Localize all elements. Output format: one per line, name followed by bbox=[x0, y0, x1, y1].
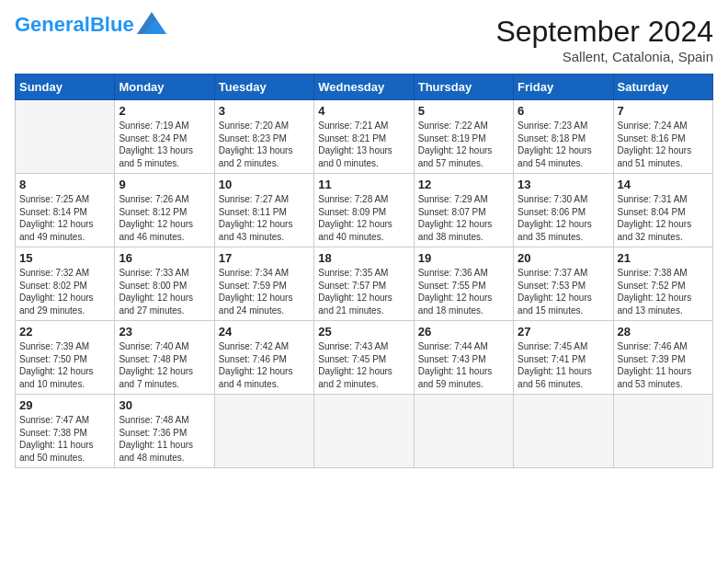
logo-text: GeneralBlue bbox=[15, 15, 134, 35]
calendar-cell: 21Sunrise: 7:38 AM Sunset: 7:52 PM Dayli… bbox=[613, 247, 712, 321]
day-info: Sunrise: 7:32 AM Sunset: 8:02 PM Dayligh… bbox=[19, 267, 110, 316]
calendar-cell: 22Sunrise: 7:39 AM Sunset: 7:50 PM Dayli… bbox=[16, 321, 115, 395]
calendar-week-1: 2Sunrise: 7:19 AM Sunset: 8:24 PM Daylig… bbox=[16, 100, 713, 174]
calendar-table: SundayMondayTuesdayWednesdayThursdayFrid… bbox=[15, 74, 713, 468]
day-number: 18 bbox=[318, 251, 409, 265]
day-number: 14 bbox=[618, 178, 709, 191]
day-info: Sunrise: 7:45 AM Sunset: 7:41 PM Dayligh… bbox=[518, 340, 609, 390]
calendar-cell bbox=[314, 395, 414, 468]
day-number: 15 bbox=[19, 251, 110, 265]
calendar-week-5: 29Sunrise: 7:47 AM Sunset: 7:38 PM Dayli… bbox=[16, 395, 713, 468]
col-header-sunday: Sunday bbox=[16, 75, 115, 100]
col-header-friday: Friday bbox=[514, 75, 613, 100]
day-number: 7 bbox=[618, 104, 709, 118]
day-info: Sunrise: 7:19 AM Sunset: 8:24 PM Dayligh… bbox=[119, 120, 210, 169]
calendar-cell: 27Sunrise: 7:45 AM Sunset: 7:41 PM Dayli… bbox=[514, 321, 613, 395]
day-number: 29 bbox=[19, 398, 110, 412]
logo-blue: Blue bbox=[90, 13, 134, 36]
location: Sallent, Catalonia, Spain bbox=[495, 49, 713, 64]
day-number: 25 bbox=[318, 325, 409, 339]
day-info: Sunrise: 7:22 AM Sunset: 8:19 PM Dayligh… bbox=[418, 120, 509, 169]
day-info: Sunrise: 7:44 AM Sunset: 7:43 PM Dayligh… bbox=[418, 340, 509, 390]
day-number: 12 bbox=[418, 178, 509, 191]
calendar-cell: 28Sunrise: 7:46 AM Sunset: 7:39 PM Dayli… bbox=[613, 321, 712, 395]
day-number: 26 bbox=[418, 325, 509, 339]
day-info: Sunrise: 7:27 AM Sunset: 8:11 PM Dayligh… bbox=[219, 193, 310, 243]
day-number: 24 bbox=[219, 325, 310, 339]
day-info: Sunrise: 7:38 AM Sunset: 7:52 PM Dayligh… bbox=[618, 267, 709, 316]
calendar-cell: 29Sunrise: 7:47 AM Sunset: 7:38 PM Dayli… bbox=[16, 395, 115, 468]
day-number: 11 bbox=[318, 178, 409, 191]
day-number: 2 bbox=[119, 104, 210, 118]
day-number: 17 bbox=[219, 251, 310, 265]
calendar-cell: 24Sunrise: 7:42 AM Sunset: 7:46 PM Dayli… bbox=[214, 321, 313, 395]
col-header-saturday: Saturday bbox=[613, 75, 712, 100]
day-number: 6 bbox=[518, 104, 609, 118]
calendar-cell: 9Sunrise: 7:26 AM Sunset: 8:12 PM Daylig… bbox=[115, 174, 214, 247]
day-number: 9 bbox=[119, 178, 210, 191]
day-info: Sunrise: 7:20 AM Sunset: 8:23 PM Dayligh… bbox=[219, 120, 310, 169]
calendar-cell: 18Sunrise: 7:35 AM Sunset: 7:57 PM Dayli… bbox=[314, 247, 414, 321]
day-info: Sunrise: 7:33 AM Sunset: 8:00 PM Dayligh… bbox=[119, 267, 210, 316]
calendar-cell: 19Sunrise: 7:36 AM Sunset: 7:55 PM Dayli… bbox=[414, 247, 513, 321]
day-number: 27 bbox=[518, 325, 609, 339]
calendar-cell: 30Sunrise: 7:48 AM Sunset: 7:36 PM Dayli… bbox=[115, 395, 214, 468]
month-title: September 2024 bbox=[495, 15, 713, 49]
day-number: 8 bbox=[19, 178, 110, 191]
day-info: Sunrise: 7:24 AM Sunset: 8:16 PM Dayligh… bbox=[618, 120, 709, 169]
day-info: Sunrise: 7:40 AM Sunset: 7:48 PM Dayligh… bbox=[119, 340, 210, 390]
day-info: Sunrise: 7:47 AM Sunset: 7:38 PM Dayligh… bbox=[19, 414, 110, 464]
calendar-week-4: 22Sunrise: 7:39 AM Sunset: 7:50 PM Dayli… bbox=[16, 321, 713, 395]
day-info: Sunrise: 7:36 AM Sunset: 7:55 PM Dayligh… bbox=[418, 267, 509, 316]
calendar-cell: 10Sunrise: 7:27 AM Sunset: 8:11 PM Dayli… bbox=[214, 174, 313, 247]
day-number: 23 bbox=[119, 325, 210, 339]
calendar-cell: 20Sunrise: 7:37 AM Sunset: 7:53 PM Dayli… bbox=[514, 247, 613, 321]
calendar-cell: 5Sunrise: 7:22 AM Sunset: 8:19 PM Daylig… bbox=[414, 100, 513, 174]
day-number: 22 bbox=[19, 325, 110, 339]
calendar-cell: 8Sunrise: 7:25 AM Sunset: 8:14 PM Daylig… bbox=[16, 174, 115, 247]
title-section: September 2024 Sallent, Catalonia, Spain bbox=[495, 15, 713, 64]
day-number: 21 bbox=[618, 251, 709, 265]
day-number: 30 bbox=[119, 398, 210, 412]
calendar-cell bbox=[16, 100, 115, 174]
calendar-cell bbox=[214, 395, 313, 468]
day-info: Sunrise: 7:34 AM Sunset: 7:59 PM Dayligh… bbox=[219, 267, 310, 316]
logo-general: General bbox=[15, 13, 90, 36]
calendar-cell: 15Sunrise: 7:32 AM Sunset: 8:02 PM Dayli… bbox=[16, 247, 115, 321]
calendar-cell: 13Sunrise: 7:30 AM Sunset: 8:06 PM Dayli… bbox=[514, 174, 613, 247]
col-header-thursday: Thursday bbox=[414, 75, 513, 100]
calendar-week-3: 15Sunrise: 7:32 AM Sunset: 8:02 PM Dayli… bbox=[16, 247, 713, 321]
page-container: GeneralBlue September 2024 Sallent, Cata… bbox=[0, 0, 728, 476]
calendar-cell: 4Sunrise: 7:21 AM Sunset: 8:21 PM Daylig… bbox=[314, 100, 414, 174]
calendar-cell bbox=[613, 395, 712, 468]
calendar-cell: 7Sunrise: 7:24 AM Sunset: 8:16 PM Daylig… bbox=[613, 100, 712, 174]
day-info: Sunrise: 7:48 AM Sunset: 7:36 PM Dayligh… bbox=[119, 414, 210, 464]
calendar-cell: 25Sunrise: 7:43 AM Sunset: 7:45 PM Dayli… bbox=[314, 321, 414, 395]
day-info: Sunrise: 7:43 AM Sunset: 7:45 PM Dayligh… bbox=[318, 340, 409, 390]
calendar-cell: 2Sunrise: 7:19 AM Sunset: 8:24 PM Daylig… bbox=[115, 100, 214, 174]
logo-icon bbox=[137, 12, 166, 34]
calendar-cell: 16Sunrise: 7:33 AM Sunset: 8:00 PM Dayli… bbox=[115, 247, 214, 321]
header: GeneralBlue September 2024 Sallent, Cata… bbox=[15, 15, 713, 64]
calendar-cell: 3Sunrise: 7:20 AM Sunset: 8:23 PM Daylig… bbox=[214, 100, 313, 174]
day-number: 3 bbox=[219, 104, 310, 118]
logo: GeneralBlue bbox=[15, 15, 166, 35]
day-info: Sunrise: 7:31 AM Sunset: 8:04 PM Dayligh… bbox=[618, 193, 709, 243]
col-header-wednesday: Wednesday bbox=[314, 75, 414, 100]
day-info: Sunrise: 7:39 AM Sunset: 7:50 PM Dayligh… bbox=[19, 340, 110, 390]
day-number: 5 bbox=[418, 104, 509, 118]
day-info: Sunrise: 7:29 AM Sunset: 8:07 PM Dayligh… bbox=[418, 193, 509, 243]
calendar-cell: 23Sunrise: 7:40 AM Sunset: 7:48 PM Dayli… bbox=[115, 321, 214, 395]
day-info: Sunrise: 7:25 AM Sunset: 8:14 PM Dayligh… bbox=[19, 193, 110, 243]
day-number: 13 bbox=[518, 178, 609, 191]
day-info: Sunrise: 7:26 AM Sunset: 8:12 PM Dayligh… bbox=[119, 193, 210, 243]
day-info: Sunrise: 7:30 AM Sunset: 8:06 PM Dayligh… bbox=[518, 193, 609, 243]
day-number: 16 bbox=[119, 251, 210, 265]
col-header-tuesday: Tuesday bbox=[214, 75, 313, 100]
day-number: 10 bbox=[219, 178, 310, 191]
calendar-cell: 11Sunrise: 7:28 AM Sunset: 8:09 PM Dayli… bbox=[314, 174, 414, 247]
day-info: Sunrise: 7:28 AM Sunset: 8:09 PM Dayligh… bbox=[318, 193, 409, 243]
day-number: 20 bbox=[518, 251, 609, 265]
day-info: Sunrise: 7:35 AM Sunset: 7:57 PM Dayligh… bbox=[318, 267, 409, 316]
calendar-cell: 12Sunrise: 7:29 AM Sunset: 8:07 PM Dayli… bbox=[414, 174, 513, 247]
